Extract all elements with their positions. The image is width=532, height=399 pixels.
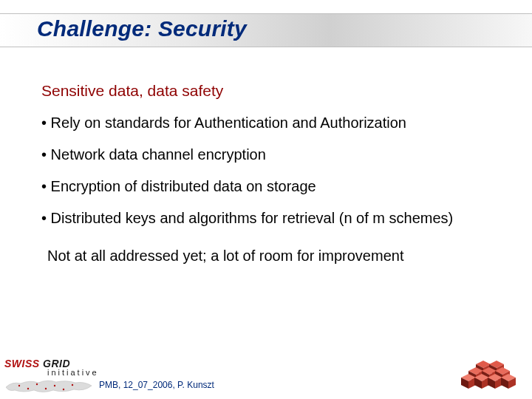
- logo-line2: initiative: [47, 368, 98, 377]
- slide: { "title": "Challenge: Security", "subti…: [0, 0, 532, 399]
- subtitle: Sensitive data, data safety: [41, 81, 488, 100]
- svg-point-3: [72, 384, 73, 386]
- bullet-text: Network data channel encryption: [51, 146, 266, 163]
- svg-point-4: [27, 388, 29, 389]
- bullet-text: Rely on standards for Authentication and…: [51, 115, 406, 131]
- slide-title: Challenge: Security: [37, 16, 247, 41]
- svg-point-1: [36, 383, 38, 385]
- bullet-text: Distributed keys and algorithms for retr…: [51, 210, 454, 226]
- closing-remark: Not at all addressed yet; a lot of room …: [47, 247, 488, 265]
- bullet-item: • Distributed keys and algorithms for re…: [41, 209, 488, 228]
- footer-text: PMB, 12_07_2006, P. Kunszt: [99, 380, 214, 390]
- swiss-grid-logo: SWISS GRID initiative: [4, 358, 98, 396]
- slide-body: Sensitive data, data safety • Rely on st…: [41, 81, 488, 265]
- footer: SWISS GRID initiative PMB, 12_07_2006, P…: [0, 347, 532, 399]
- bullet-item: • Encryption of distributed data on stor…: [41, 177, 488, 196]
- cubes-logo-icon: [457, 358, 525, 395]
- svg-point-2: [54, 385, 55, 386]
- bullet-text: Encryption of distributed data on storag…: [51, 178, 316, 194]
- svg-point-0: [18, 385, 20, 386]
- bullet-item: • Rely on standards for Authentication a…: [41, 114, 488, 132]
- logo-word-swiss: SWISS: [4, 358, 40, 369]
- svg-point-6: [63, 389, 64, 390]
- bullet-item: • Network data channel encryption: [41, 146, 488, 164]
- logo-map-icon: [4, 377, 93, 395]
- svg-point-5: [45, 388, 47, 389]
